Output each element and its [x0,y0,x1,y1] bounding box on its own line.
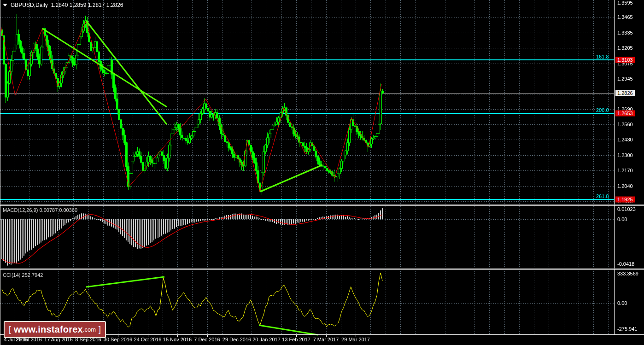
date-axis-label[interactable]: 24 Oct 2016 [134,337,162,342]
date-axis-label[interactable]: 29 Dec 2016 [222,337,251,342]
date-axis-label[interactable]: 7 Mar 2017 [313,337,339,342]
price-axis-label: 1.2430 [617,137,633,142]
date-axis-label[interactable]: 15 Nov 2016 [163,337,192,342]
price-axis-label: 1.3335 [617,30,633,35]
logo-open-bracket: [ [9,325,11,334]
price-badge-1.1925: 1.1925 [615,197,635,203]
ohlc-values: 1.2840 1.2859 1.2817 1.2826 [51,2,123,8]
price-axis-label: 1.2945 [617,76,633,82]
logo-tld-text: .com [83,326,96,333]
chart-title-row: GBPUSD,Daily 1.2840 1.2859 1.2817 1.2826 [3,2,123,8]
mt4-chart-window: GBPUSD,Daily 1.2840 1.2859 1.2817 1.2826… [0,0,644,345]
date-axis-label[interactable]: 20 Jan 2017 [252,337,281,342]
price-axis-label: 1.3465 [617,14,633,20]
logo-host-text: www.instaforex [14,324,83,335]
price-axis-label: 1.3205 [617,45,633,51]
price-badge-1.2653: 1.2653 [615,111,635,117]
macd-label-row: MACD(12,26,9) 0.00787 0.00360 [3,207,77,213]
cci-value: 252.7942 [22,272,43,278]
fib-level-label-161.8: 161.8 [596,54,609,59]
indicator-axis-label: 0.00 [617,300,627,306]
date-axis-label[interactable]: 7 Dec 2016 [194,337,220,342]
price-axis-label: 1.2170 [617,168,633,173]
indicator-axis-label: 0.01023 [617,206,636,212]
date-axis-label[interactable]: 13 Feb 2017 [282,337,310,342]
date-axis-label[interactable]: 30 Sep 2016 [104,337,132,342]
fib-level-label-200.0: 200.0 [596,107,609,113]
macd-signal-value: 0.00360 [59,207,77,213]
price-badge-1.3103: 1.3103 [615,57,635,63]
symbol-title: GBPUSD,Daily [11,2,48,8]
macd-indicator-label: MACD(12,26,9) [3,207,38,213]
price-axis-label: 1.2040 [617,183,633,189]
price-axis-label: 1.2560 [617,122,633,127]
cci-label-row: CCI(14) 252.7942 [3,272,43,278]
indicator-axis-label: -0.0418 [617,261,634,267]
indicator-axis-label: 0.00 [617,216,627,222]
collapse-triangle-icon[interactable] [3,4,7,6]
logo-close-bracket: ] [99,325,101,334]
date-axis-label[interactable]: 29 Mar 2017 [341,337,370,342]
price-axis-label: 1.3595 [617,0,633,6]
date-axis-label[interactable]: 26 Jul 2016 [16,337,42,342]
indicator-axis-label: -275.941 [617,326,637,332]
price-axis-label: 1.2300 [617,152,633,158]
fib-level-label-261.8: 261.8 [596,193,609,199]
macd-value: 0.00787 [39,207,58,213]
cci-indicator-label: CCI(14) [3,272,21,278]
indicator-axis-label: 333.3569 [617,271,638,276]
date-axis-label[interactable]: 8 Sep 2016 [75,337,101,342]
chart-canvas[interactable] [0,0,644,345]
price-badge-1.2826: 1.2826 [615,90,635,96]
date-axis-label[interactable]: 17 Aug 2016 [44,337,73,342]
instaforex-logo[interactable]: [www.instaforex.com] [4,321,106,338]
